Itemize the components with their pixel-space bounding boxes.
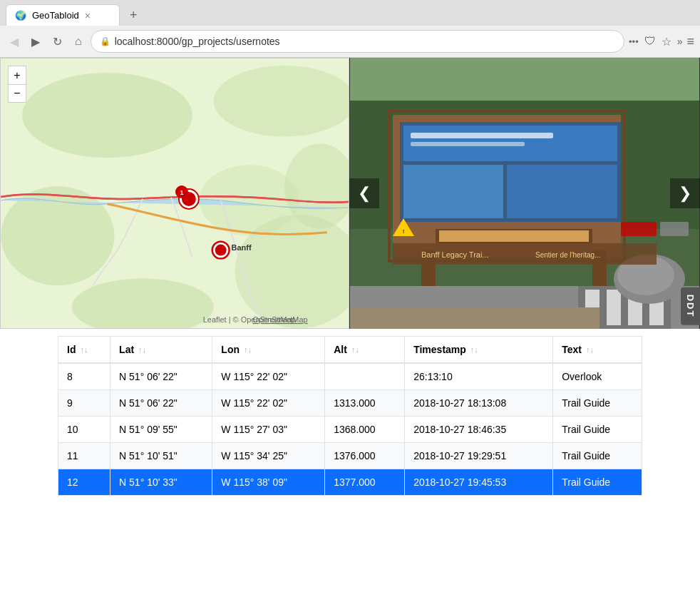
timestamp-cell: 2018-10-27 18:13:08 — [405, 390, 553, 417]
sort-icon-timestamp: ↑↓ — [470, 345, 478, 354]
lock-icon: 🔒 — [100, 36, 110, 46]
alt-cell: 1368.000 — [325, 417, 405, 443]
address-text: localhost:8000/gp_projects/usernotes — [115, 36, 615, 47]
text-cell: Trail Guide — [553, 390, 642, 417]
id-cell: 11 — [58, 443, 110, 469]
extend-button[interactable]: » — [677, 36, 683, 47]
timestamp-cell: 2018-10-27 18:46:35 — [405, 417, 553, 443]
column-header-text[interactable]: Text ↑↓ — [553, 337, 642, 364]
table-row[interactable]: 9N 51° 06' 22"W 115° 22' 02"1313.0002018… — [58, 390, 642, 417]
nav-bar: ◀ ▶ ↻ ⌂ 🔒 localhost:8000/gp_projects/use… — [0, 26, 700, 57]
svg-text:OpenStreetMap: OpenStreetMap — [252, 315, 307, 324]
svg-point-1 — [22, 73, 192, 158]
column-header-lon[interactable]: Lon ↑↓ — [212, 337, 325, 364]
tab-bar: 🌍 GeoTabloid × + — [0, 0, 700, 26]
tab-title: GeoTabloid — [32, 10, 79, 21]
svg-rect-27 — [507, 165, 617, 218]
back-button[interactable]: ◀ — [6, 32, 23, 51]
lat-cell: N 51° 10' 33" — [110, 469, 212, 496]
svg-point-11 — [215, 245, 227, 256]
svg-rect-47 — [660, 222, 689, 236]
svg-text:Banff Legacy Trai...: Banff Legacy Trai... — [421, 250, 489, 259]
photo-image: Banff Legacy Trai... Sentier de l'herita… — [349, 58, 700, 329]
lat-cell: N 51° 10' 51" — [110, 443, 212, 469]
table-header-row: Id ↑↓ Lat ↑↓ Lon ↑↓ — [58, 337, 642, 364]
timestamp-cell: 26:13:10 — [405, 363, 553, 390]
svg-text:!: ! — [403, 228, 405, 235]
map-svg: 1 Banff Leaflet | © OpenStreetMap OpenSt… — [1, 58, 349, 328]
photo-prev-button[interactable]: ❮ — [349, 178, 379, 208]
id-cell: 12 — [58, 469, 110, 496]
id-cell: 9 — [58, 390, 110, 417]
svg-rect-28 — [411, 133, 553, 138]
id-cell: 8 — [58, 363, 110, 390]
svg-rect-40 — [350, 307, 599, 329]
alt-cell: 1376.000 — [325, 443, 405, 469]
column-header-alt[interactable]: Alt ↑↓ — [325, 337, 405, 364]
alt-cell: 1313.000 — [325, 390, 405, 417]
ddt-tab[interactable]: DDT — [681, 287, 700, 325]
table-row[interactable]: 8N 51° 06' 22"W 115° 22' 02"26:13:10Over… — [58, 363, 642, 390]
data-table: Id ↑↓ Lat ↑↓ Lon ↑↓ — [58, 336, 642, 496]
timestamp-cell: 2018-10-27 19:29:51 — [405, 443, 553, 469]
map-container[interactable]: + − — [0, 58, 349, 329]
refresh-button[interactable]: ↻ — [48, 32, 66, 51]
forward-button[interactable]: ▶ — [27, 32, 44, 51]
lat-cell: N 51° 06' 22" — [110, 363, 212, 390]
table-section: Id ↑↓ Lat ↑↓ Lon ↑↓ — [0, 329, 700, 503]
sort-icon-lat: ↑↓ — [138, 345, 146, 354]
more-button[interactable]: ••• — [629, 36, 639, 47]
tab-close-button[interactable]: × — [85, 10, 91, 21]
table-row[interactable]: 11N 51° 10' 51"W 115° 34' 25"1376.000201… — [58, 443, 642, 469]
new-tab-button[interactable]: + — [124, 8, 143, 23]
table-body: 8N 51° 06' 22"W 115° 22' 02"26:13:10Over… — [58, 363, 642, 496]
lon-cell: W 115° 34' 25" — [212, 443, 325, 469]
svg-text:Sentier de l'heritag...: Sentier de l'heritag... — [535, 251, 600, 259]
lon-cell: W 115° 27' 03" — [212, 417, 325, 443]
column-header-id[interactable]: Id ↑↓ — [58, 337, 110, 364]
text-cell: Trail Guide — [553, 443, 642, 469]
text-cell: Trail Guide — [553, 469, 642, 496]
shield-icon[interactable]: 🛡 — [644, 35, 656, 48]
svg-text:1: 1 — [180, 189, 183, 196]
bookmark-icon[interactable]: ☆ — [662, 35, 671, 49]
id-cell: 10 — [58, 417, 110, 443]
svg-rect-19 — [350, 58, 699, 101]
lat-cell: N 51° 06' 22" — [110, 390, 212, 417]
page-content: + − — [0, 58, 700, 503]
nav-icons: ••• 🛡 ☆ » — [629, 35, 682, 49]
tab-favicon: 🌍 — [15, 10, 26, 21]
svg-text:Banff: Banff — [232, 243, 252, 252]
text-cell: Overlook — [553, 363, 642, 390]
address-bar[interactable]: 🔒 localhost:8000/gp_projects/usernotes — [91, 30, 624, 53]
text-cell: Trail Guide — [553, 417, 642, 443]
sort-icon-alt: ↑↓ — [351, 345, 359, 354]
column-header-lat[interactable]: Lat ↑↓ — [110, 337, 212, 364]
lat-cell: N 51° 09' 55" — [110, 417, 212, 443]
lon-cell: W 115° 22' 02" — [212, 390, 325, 417]
alt-cell: 1377.000 — [325, 469, 405, 496]
svg-rect-35 — [607, 290, 621, 325]
photo-container: ❮ — [349, 58, 700, 329]
alt-cell — [325, 363, 405, 390]
sort-icon-id: ↑↓ — [80, 345, 88, 354]
svg-rect-46 — [621, 222, 657, 236]
browser-menu-button[interactable]: ≡ — [686, 34, 694, 49]
svg-rect-26 — [403, 165, 503, 218]
zoom-out-button[interactable]: − — [8, 84, 26, 103]
timestamp-cell: 2018-10-27 19:45:53 — [405, 469, 553, 496]
table-row[interactable]: 10N 51° 09' 55"W 115° 27' 03"1368.000201… — [58, 417, 642, 443]
column-header-timestamp[interactable]: Timestamp ↑↓ — [405, 337, 553, 364]
lon-cell: W 115° 22' 02" — [212, 363, 325, 390]
browser-chrome: 🌍 GeoTabloid × + ◀ ▶ ↻ ⌂ 🔒 localhost:800… — [0, 0, 700, 58]
photo-next-button[interactable]: ❯ — [670, 178, 700, 208]
svg-rect-29 — [411, 142, 525, 146]
sort-icon-text: ↑↓ — [586, 345, 594, 354]
sort-icon-lon: ↑↓ — [244, 345, 252, 354]
home-button[interactable]: ⌂ — [71, 32, 86, 51]
svg-rect-31 — [439, 230, 589, 242]
map-photo-section: + − — [0, 58, 700, 329]
zoom-in-button[interactable]: + — [8, 66, 26, 84]
active-tab[interactable]: 🌍 GeoTabloid × — [6, 4, 120, 26]
table-row[interactable]: 12N 51° 10' 33"W 115° 38' 09"1377.000201… — [58, 469, 642, 496]
